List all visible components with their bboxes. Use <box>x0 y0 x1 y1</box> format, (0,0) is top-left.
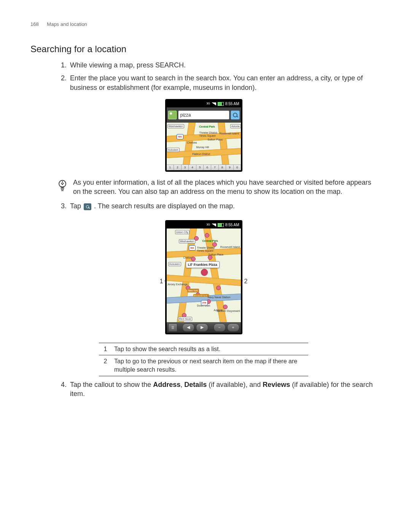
map-label: Astoria <box>230 124 241 128</box>
search-input[interactable]: pizza <box>178 110 229 120</box>
result-pin[interactable] <box>208 255 212 260</box>
step-text: (if available), and <box>207 381 263 388</box>
table-row: 1 Tap to show the search results as a li… <box>99 343 308 355</box>
figure-1: 3G 8:55 AM pizza Weehawken Central P <box>30 99 377 172</box>
key[interactable]: 7 <box>211 165 219 170</box>
legend-num: 1 <box>99 343 112 355</box>
map-label: Murray Hill <box>196 145 209 149</box>
map-label: Red Hook <box>178 317 192 321</box>
bold-term: Address <box>153 381 180 388</box>
battery-icon <box>218 223 224 227</box>
key[interactable]: 6 <box>204 165 211 170</box>
callout-label-1: 1 <box>160 277 163 286</box>
key[interactable]: 1 <box>167 165 174 170</box>
tip-block: As you enter information, a list of all … <box>57 178 377 197</box>
section-heading: Searching for a location <box>30 43 377 55</box>
search-button[interactable] <box>231 110 240 120</box>
step-text: , <box>180 381 184 388</box>
key[interactable]: 4 <box>189 165 196 170</box>
maps-app-icon[interactable] <box>168 110 177 120</box>
map-label-city: Brooklyn <box>193 294 209 297</box>
result-pin-active[interactable] <box>201 269 208 276</box>
phone-frame: 3G 8:55 AM Union City Weehawken Central <box>165 220 242 334</box>
step-text: Tap <box>70 202 83 210</box>
legend-num: 2 <box>99 355 112 376</box>
result-pin[interactable] <box>205 233 209 238</box>
result-pin[interactable] <box>194 236 199 241</box>
page-number: 168 <box>30 21 39 27</box>
phone-frame: 3G 8:55 AM pizza Weehawken Central P <box>165 99 242 172</box>
legend-table: 1 Tap to show the search results as a li… <box>99 343 308 376</box>
keyboard-row[interactable]: 1 2 3 4 5 6 7 8 9 0 <box>167 165 241 170</box>
map-label: Flatiron District <box>193 152 210 156</box>
map-label: Chelsea <box>187 141 197 144</box>
key[interactable]: 3 <box>182 165 189 170</box>
legend-text: Tap to show the search results as a list… <box>112 343 308 355</box>
table-row: 2 Tap to go to the previous or next sear… <box>99 355 308 376</box>
map-toolbar: ◀ ▶ － ＋ <box>167 322 241 333</box>
map-canvas[interactable]: Union City Weehawken Central Park Theate… <box>167 228 241 322</box>
key[interactable]: 5 <box>196 165 204 170</box>
zoom-in-button[interactable]: ＋ <box>227 323 239 332</box>
step-text: . The search results are displayed on th… <box>94 202 235 210</box>
step-2: Enter the place you want to search in th… <box>68 73 377 92</box>
map-label: Central Park <box>199 125 215 128</box>
section-name: Maps and location <box>47 21 87 27</box>
map-label-city: New York <box>187 289 199 292</box>
bold-term: Reviews <box>263 381 290 388</box>
status-bar: 3G 8:55 AM <box>167 222 241 228</box>
search-bar: pizza <box>167 107 241 123</box>
network-indicator: 3G <box>206 223 210 227</box>
battery-icon <box>218 102 224 106</box>
route-shield: 278 <box>201 300 208 305</box>
map-label: Weehawken <box>179 239 196 243</box>
step-4: Tap the callout to show the Address, Det… <box>68 380 377 399</box>
steps-list-cont2: Tap the callout to show the Address, Det… <box>57 380 377 399</box>
key[interactable]: 8 <box>219 165 226 170</box>
next-result-button[interactable]: ▶ <box>196 323 208 332</box>
result-callout[interactable]: Lil' Frankies Pizza <box>186 261 220 268</box>
map-label: Jersey Exchange <box>167 283 188 286</box>
result-pin[interactable] <box>216 286 221 290</box>
map-label: Hoboken <box>168 262 181 266</box>
map-label: Weehawken <box>167 124 184 128</box>
steps-list: While viewing a map, press SEARCH. Enter… <box>57 61 377 92</box>
result-pin[interactable] <box>212 242 217 247</box>
manual-page: 168 Maps and location Searching for a lo… <box>0 0 411 532</box>
route-shield: 495 <box>189 245 196 251</box>
prev-result-button[interactable]: ◀ <box>182 323 194 332</box>
map-label: Roosevelt Island <box>220 132 239 135</box>
map-label: Times Square <box>197 249 213 252</box>
network-indicator: 3G <box>206 102 210 106</box>
map-label: Bedford Stuyvesant <box>217 309 240 313</box>
zoom-out-button[interactable]: － <box>213 323 226 332</box>
result-pin[interactable] <box>191 257 196 261</box>
signal-icon <box>212 224 216 227</box>
map-label: Union City <box>175 230 190 234</box>
search-icon <box>233 113 237 117</box>
running-header: 168 Maps and location <box>30 21 377 28</box>
list-results-button[interactable] <box>168 323 177 332</box>
search-icon-inline <box>84 203 91 210</box>
status-time: 8:55 AM <box>225 222 239 228</box>
key[interactable]: 9 <box>226 165 234 170</box>
result-pin[interactable] <box>223 305 228 309</box>
status-time: 8:55 AM <box>225 101 239 107</box>
tip-text: As you enter information, a list of all … <box>73 178 377 197</box>
map-canvas[interactable]: Weehawken Central Park Astoria Theater D… <box>167 123 241 165</box>
step-1: While viewing a map, press SEARCH. <box>68 61 377 70</box>
map-label: Hoboken <box>167 148 180 152</box>
route-shield: 495 <box>177 134 183 139</box>
map-label: Times Square <box>199 134 216 137</box>
step-3: Tap . The search results are displayed o… <box>68 201 377 211</box>
map-label: Sutton Place <box>208 138 223 141</box>
status-bar: 3G 8:55 AM <box>167 101 241 107</box>
lightbulb-icon <box>57 179 68 192</box>
legend-text: Tap to go to the previous or next search… <box>112 355 308 376</box>
key[interactable]: 0 <box>234 165 241 170</box>
callout-label-2: 2 <box>244 277 248 286</box>
map-label: Roosevelt Island <box>220 245 240 249</box>
key[interactable]: 2 <box>174 165 182 170</box>
signal-icon <box>212 102 216 105</box>
figure-2: 1 2 3G 8:55 AM <box>30 218 377 337</box>
